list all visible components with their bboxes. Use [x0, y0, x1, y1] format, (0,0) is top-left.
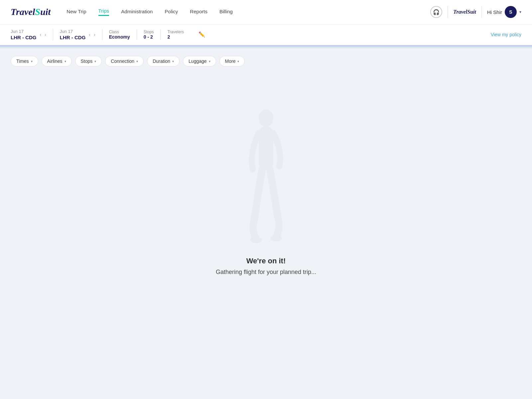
travelers-info: Travelers 2 — [167, 30, 184, 40]
chevron-down-icon: ▾ — [519, 10, 521, 14]
more-chevron-icon: ▾ — [237, 60, 239, 63]
stops-info: Stops 0 - 2 — [144, 30, 154, 40]
navbar-divider — [448, 6, 448, 18]
navbar-brand: TravelSuit — [453, 9, 476, 15]
filter-duration[interactable]: Duration ▾ — [147, 56, 180, 66]
nav-reports[interactable]: Reports — [190, 9, 207, 16]
hi-text: Hi Shir — [487, 9, 502, 15]
filters-bar: Times ▾ Airlines ▾ Stops ▾ Connection ▾ … — [0, 49, 532, 73]
navbar-right: 🎧 TravelSuit Hi Shir S ▾ — [430, 6, 521, 18]
gradient-band — [0, 45, 532, 49]
stops-segment: Stops 0 - 2 — [144, 30, 161, 40]
class-info: Class Economy — [109, 30, 130, 40]
class-segment: Class Economy — [109, 30, 137, 40]
connection-chevron-icon: ▾ — [136, 60, 138, 63]
filter-more[interactable]: More ▾ — [219, 56, 245, 66]
filter-stops[interactable]: Stops ▾ — [75, 56, 102, 66]
return-segment: Jun 17 LHR - CDG ‹ › — [60, 29, 102, 40]
stops-label: Stops — [144, 30, 154, 34]
main-content: We're on it! Gathering flight for your p… — [0, 73, 532, 306]
nav-policy[interactable]: Policy — [165, 9, 178, 16]
support-icon[interactable]: 🎧 — [430, 6, 442, 18]
return-info: Jun 17 LHR - CDG — [60, 29, 86, 40]
return-route: LHR - CDG — [60, 35, 86, 40]
nav-new-trip[interactable]: New Trip — [66, 9, 86, 16]
return-next-arrow[interactable]: › — [94, 32, 95, 37]
navbar: TravelSuit New Trip Trips Administration… — [0, 0, 532, 24]
duration-chevron-icon: ▾ — [172, 60, 174, 63]
class-label: Class — [109, 30, 130, 34]
outbound-segment: Jun 17 LHR - CDG ‹ › — [11, 29, 53, 40]
class-value: Economy — [109, 34, 130, 40]
stops-chevron-icon: ▾ — [94, 60, 96, 63]
times-chevron-icon: ▾ — [31, 60, 33, 63]
outbound-info: Jun 17 LHR - CDG — [11, 29, 37, 40]
view-policy-link[interactable]: View my policy — [491, 32, 521, 37]
filter-luggage[interactable]: Luggage ▾ — [183, 56, 216, 66]
loading-subtitle: Gathering flight for your planned trip..… — [216, 269, 316, 276]
outbound-route: LHR - CDG — [11, 35, 37, 40]
nav-links: New Trip Trips Administration Policy Rep… — [66, 8, 430, 16]
nav-trips[interactable]: Trips — [98, 8, 109, 16]
travelers-value: 2 — [167, 34, 184, 40]
travelers-segment: Travelers 2 — [167, 30, 191, 40]
logo-text: TravelSuit — [11, 7, 51, 17]
filter-times[interactable]: Times ▾ — [11, 56, 38, 66]
luggage-chevron-icon: ▾ — [209, 60, 210, 63]
outbound-prev-arrow[interactable]: ‹ — [40, 32, 42, 37]
user-greeting[interactable]: Hi Shir S ▾ — [487, 6, 521, 18]
stops-value: 0 - 2 — [144, 34, 154, 40]
return-date: Jun 17 — [60, 29, 86, 34]
nav-billing[interactable]: Billing — [219, 9, 233, 16]
svg-point-3 — [270, 235, 282, 241]
filter-connection[interactable]: Connection ▾ — [105, 56, 144, 66]
user-avatar: S — [505, 6, 517, 18]
navbar-divider-2 — [481, 6, 482, 18]
airlines-chevron-icon: ▾ — [65, 60, 66, 63]
svg-point-2 — [250, 237, 262, 243]
logo: TravelSuit — [11, 7, 51, 17]
outbound-next-arrow[interactable]: › — [45, 32, 46, 37]
svg-point-1 — [259, 109, 273, 127]
nav-administration[interactable]: Administration — [121, 9, 153, 16]
filter-airlines[interactable]: Airlines ▾ — [42, 56, 72, 66]
search-bar: Jun 17 LHR - CDG ‹ › Jun 17 LHR - CDG ‹ … — [0, 24, 532, 45]
outbound-date: Jun 17 — [11, 29, 37, 34]
loading-title: We're on it! — [246, 257, 286, 265]
travelers-label: Travelers — [167, 30, 184, 34]
loading-figure — [246, 100, 286, 246]
return-prev-arrow[interactable]: ‹ — [89, 32, 90, 37]
edit-search-button[interactable]: ✏️ — [197, 30, 206, 39]
